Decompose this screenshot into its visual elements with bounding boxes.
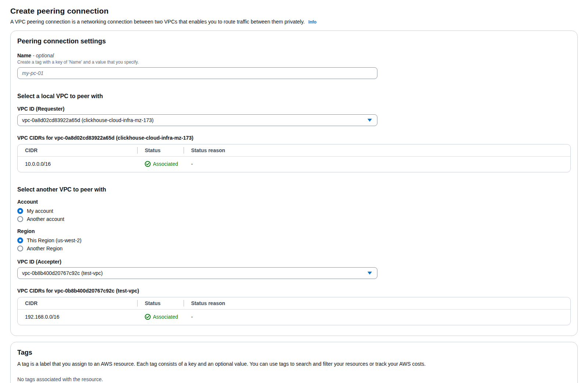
accepter-label: VPC ID (Accepter) (17, 259, 571, 265)
info-link[interactable]: Info (308, 19, 316, 25)
peering-settings-card: Peering connection settings Name - optio… (10, 31, 578, 336)
region-label: Region (17, 228, 571, 234)
cidr-cell: 10.0.0.0/16 (18, 157, 137, 172)
radio-unselected-icon (17, 246, 23, 251)
radio-unselected-icon (17, 216, 23, 222)
status-reason-cell: - (184, 157, 570, 172)
radio-label: Another Region (27, 246, 62, 251)
name-optional-text: - optional (33, 53, 54, 58)
tags-description: A tag is a label that you assign to an A… (17, 361, 571, 367)
status-badge: Associated (145, 314, 180, 320)
column-header-cidr: CIDR (18, 144, 137, 157)
status-text: Associated (153, 161, 178, 167)
radio-this-region[interactable]: This Region (us-west-2) (17, 236, 571, 244)
account-label: Account (17, 199, 571, 205)
tags-empty-text: No tags associated with the resource. (17, 376, 571, 382)
requester-vpc-value: vpc-0a8d02cd83922a65d (clickhouse-cloud-… (22, 117, 154, 123)
accepter-vpc-value: vpc-0b8b400d20767c92c (test-vpc) (22, 270, 103, 276)
requester-label: VPC ID (Requester) (17, 106, 571, 112)
column-header-status: Status (137, 144, 184, 157)
radio-another-region[interactable]: Another Region (17, 244, 571, 253)
radio-label: Another account (27, 216, 64, 222)
radio-label: My account (27, 208, 53, 214)
requester-cidr-table: CIDR Status Status reason 10.0.0.0/16 (17, 144, 571, 172)
peering-settings-heading: Peering connection settings (17, 37, 571, 45)
column-header-status-reason: Status reason (184, 297, 570, 309)
another-vpc-heading: Select another VPC to peer with (17, 186, 571, 193)
status-associated-icon (145, 161, 151, 167)
column-header-status: Status (137, 297, 184, 309)
status-text: Associated (153, 314, 178, 320)
page-description: A VPC peering connection is a networking… (10, 19, 578, 25)
radio-another-account[interactable]: Another account (17, 215, 571, 223)
page-title: Create peering connection (10, 7, 578, 15)
column-header-cidr: CIDR (18, 297, 137, 309)
cidr-cell: 192.168.0.0/16 (18, 309, 137, 325)
name-input[interactable] (17, 67, 377, 79)
accepter-cidr-table: CIDR Status Status reason 192.168.0.0/16 (17, 297, 571, 325)
table-header-row: CIDR Status Status reason (18, 297, 570, 309)
name-field-group: Name - optional Create a tag with a key … (17, 53, 571, 79)
table-header-row: CIDR Status Status reason (18, 144, 570, 157)
status-reason-cell: - (184, 309, 570, 325)
requester-vpc-select[interactable]: vpc-0a8d02cd83922a65d (clickhouse-cloud-… (17, 114, 377, 126)
accepter-vpc-select[interactable]: vpc-0b8b400d20767c92c (test-vpc) (17, 267, 377, 279)
tags-card: Tags A tag is a label that you assign to… (10, 342, 578, 383)
radio-my-account[interactable]: My account (17, 207, 571, 215)
tags-heading: Tags (17, 349, 571, 357)
page-description-text: A VPC peering connection is a networking… (10, 19, 305, 25)
name-label-text: Name (17, 53, 31, 58)
account-radio-group: My account Another account (17, 207, 571, 223)
chevron-down-icon (368, 119, 372, 122)
radio-selected-icon (17, 237, 23, 243)
local-vpc-heading: Select a local VPC to peer with (17, 93, 571, 100)
name-label: Name - optional (17, 53, 571, 58)
status-associated-icon (145, 314, 151, 320)
radio-label: This Region (us-west-2) (27, 237, 82, 243)
status-badge: Associated (145, 161, 180, 167)
accepter-cidrs-label: VPC CIDRs for vpc-0b8b400d20767c92c (tes… (17, 288, 571, 294)
table-row: 192.168.0.0/16 Associated - (18, 309, 570, 325)
table-row: 10.0.0.0/16 Associated - (18, 157, 570, 172)
radio-selected-icon (17, 208, 23, 214)
name-help-text: Create a tag with a key of 'Name' and a … (17, 60, 571, 65)
column-header-status-reason: Status reason (184, 144, 570, 157)
requester-cidrs-label: VPC CIDRs for vpc-0a8d02cd83922a65d (cli… (17, 135, 571, 141)
chevron-down-icon (368, 272, 372, 275)
region-radio-group: This Region (us-west-2) Another Region (17, 236, 571, 253)
